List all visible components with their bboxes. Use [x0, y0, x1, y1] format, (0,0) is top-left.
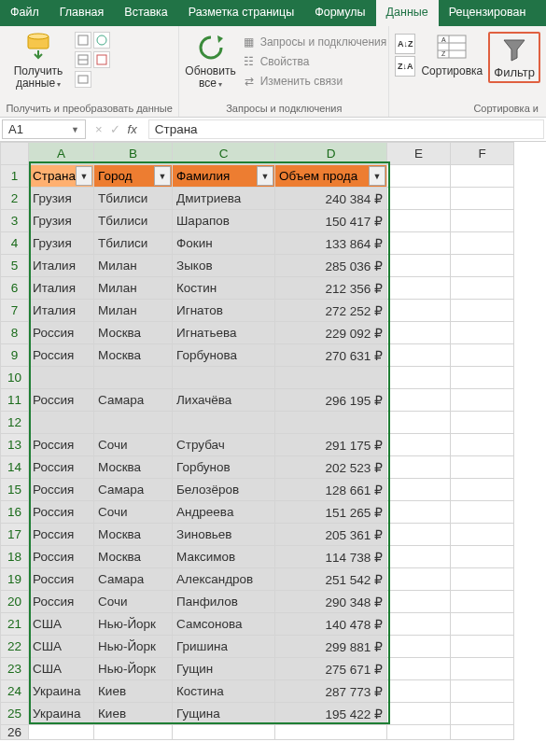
cell[interactable]: Россия	[29, 591, 94, 613]
cell[interactable]	[387, 703, 451, 725]
cell[interactable]: Самара	[94, 479, 173, 501]
sort-za-button[interactable]: Z↓A	[395, 56, 415, 77]
cell[interactable]: 140 478 ₽	[275, 613, 387, 636]
cell[interactable]: Гришина	[173, 636, 275, 658]
column-header-F[interactable]: F	[451, 143, 514, 165]
cell[interactable]	[387, 412, 451, 434]
cell[interactable]	[451, 165, 514, 188]
worksheet-grid[interactable]: ABCDEF1Страна▼Город▼Фамилия▼Объем прода▼…	[0, 142, 546, 740]
cell[interactable]	[29, 725, 94, 740]
row-header-16[interactable]: 16	[1, 501, 29, 524]
cell[interactable]: 240 384 ₽	[275, 188, 387, 210]
cell[interactable]	[451, 322, 514, 344]
cell[interactable]	[94, 412, 173, 434]
cell[interactable]: Милан	[94, 300, 173, 322]
column-header-E[interactable]: E	[387, 143, 451, 165]
cell[interactable]: Москва	[94, 456, 173, 479]
cell[interactable]: Лихачёва	[173, 389, 275, 412]
cell[interactable]	[451, 613, 514, 636]
column-header-D[interactable]: D	[275, 143, 387, 165]
cell[interactable]: Нью-Йорк	[94, 613, 173, 636]
cell[interactable]	[451, 367, 514, 389]
cell[interactable]: Россия	[29, 434, 94, 456]
cell[interactable]: Россия	[29, 456, 94, 479]
cell[interactable]	[451, 300, 514, 322]
cell[interactable]: 229 092 ₽	[275, 322, 387, 344]
cell[interactable]	[387, 524, 451, 546]
column-header-A[interactable]: A	[29, 143, 94, 165]
cell[interactable]: 150 417 ₽	[275, 210, 387, 232]
cell[interactable]: Москва	[94, 546, 173, 568]
tab-formulas[interactable]: Формулы	[304, 0, 375, 26]
row-header-2[interactable]: 2	[1, 188, 29, 210]
filter-dropdown-icon[interactable]: ▼	[369, 166, 385, 186]
cell[interactable]	[387, 546, 451, 568]
cell[interactable]: 287 773 ₽	[275, 680, 387, 703]
cell[interactable]	[173, 412, 275, 434]
cell[interactable]: Украина	[29, 703, 94, 725]
cell[interactable]	[387, 434, 451, 456]
enter-icon[interactable]: ✓	[110, 122, 120, 136]
cell[interactable]: Тбилиси	[94, 232, 173, 255]
cell[interactable]	[173, 367, 275, 389]
cell[interactable]: Милан	[94, 277, 173, 300]
cell[interactable]: 285 036 ₽	[275, 255, 387, 277]
cell[interactable]	[387, 658, 451, 680]
cell[interactable]: США	[29, 636, 94, 658]
row-header-4[interactable]: 4	[1, 232, 29, 255]
cell[interactable]: Дмитриева	[173, 188, 275, 210]
row-header-22[interactable]: 22	[1, 636, 29, 658]
row-header-11[interactable]: 11	[1, 389, 29, 412]
cell[interactable]: США	[29, 613, 94, 636]
cell[interactable]: Москва	[94, 344, 173, 367]
cell[interactable]: Сочи	[94, 501, 173, 524]
cell[interactable]	[387, 232, 451, 255]
cell[interactable]	[451, 524, 514, 546]
edit-links-button[interactable]: ⇄Изменить связи	[240, 73, 389, 90]
row-header-3[interactable]: 3	[1, 210, 29, 232]
cell[interactable]: 296 195 ₽	[275, 389, 387, 412]
cell[interactable]	[451, 501, 514, 524]
select-all-corner[interactable]	[1, 143, 29, 165]
cell[interactable]: Италия	[29, 300, 94, 322]
cell[interactable]: 299 881 ₽	[275, 636, 387, 658]
cell[interactable]	[451, 568, 514, 591]
cell[interactable]	[451, 389, 514, 412]
row-header-24[interactable]: 24	[1, 680, 29, 703]
cell[interactable]	[387, 725, 451, 740]
cell[interactable]: Грузия	[29, 188, 94, 210]
filter-dropdown-icon[interactable]: ▼	[257, 166, 273, 186]
row-header-17[interactable]: 17	[1, 524, 29, 546]
row-header-23[interactable]: 23	[1, 658, 29, 680]
cell[interactable]: 270 631 ₽	[275, 344, 387, 367]
properties-button[interactable]: ☷Свойства	[240, 53, 389, 70]
cell[interactable]: Украина	[29, 680, 94, 703]
cell[interactable]: Сочи	[94, 434, 173, 456]
from-web-icon[interactable]	[93, 32, 110, 49]
cell[interactable]: Киев	[94, 680, 173, 703]
cell[interactable]	[387, 591, 451, 613]
cell[interactable]	[29, 412, 94, 434]
row-header-12[interactable]: 12	[1, 412, 29, 434]
tab-review[interactable]: Рецензирован	[439, 0, 537, 26]
cell[interactable]	[451, 232, 514, 255]
fx-icon[interactable]: fx	[128, 122, 141, 136]
cell[interactable]	[387, 210, 451, 232]
cell[interactable]: 151 265 ₽	[275, 501, 387, 524]
cell[interactable]: США	[29, 658, 94, 680]
cell[interactable]	[451, 255, 514, 277]
sort-az-button[interactable]: A↓Z	[395, 34, 415, 54]
cell[interactable]: Тбилиси	[94, 188, 173, 210]
cell[interactable]	[387, 501, 451, 524]
table-header-3[interactable]: Объем прода▼	[275, 165, 387, 188]
cell[interactable]	[451, 703, 514, 725]
from-table-icon[interactable]	[75, 51, 91, 68]
cell[interactable]	[387, 568, 451, 591]
cell[interactable]	[451, 277, 514, 300]
table-header-1[interactable]: Город▼	[94, 165, 173, 188]
row-header-25[interactable]: 25	[1, 703, 29, 725]
cell[interactable]	[94, 367, 173, 389]
row-header-5[interactable]: 5	[1, 255, 29, 277]
cell[interactable]	[387, 322, 451, 344]
cell[interactable]	[451, 456, 514, 479]
